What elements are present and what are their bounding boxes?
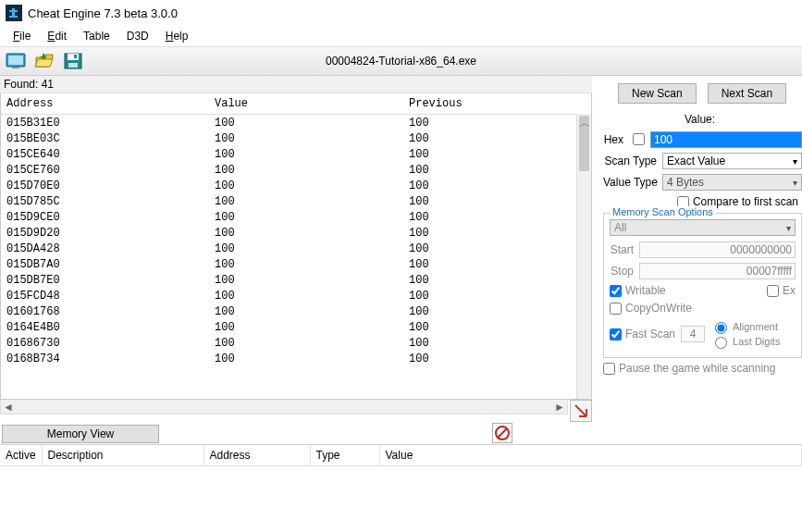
svg-rect-7	[74, 55, 77, 58]
scroll-up-icon[interactable]: ︿	[577, 116, 591, 130]
valuetype-label: Value Type	[603, 176, 662, 189]
menu-file[interactable]: File	[6, 28, 38, 44]
add-selected-addresses-button[interactable]	[570, 400, 592, 422]
value-input[interactable]	[650, 131, 802, 148]
pause-checkbox[interactable]: Pause the game while scanning	[603, 362, 775, 375]
menu-table[interactable]: Table	[76, 28, 117, 44]
table-row[interactable]: 01601768100100	[1, 303, 591, 319]
results-pane: Found: 41 Address Value Previous 015B31E…	[0, 76, 592, 422]
hex-checkbox[interactable]	[633, 133, 645, 145]
horizontal-scrollbar[interactable]: ◄ ►	[0, 400, 568, 414]
clear-list-button[interactable]	[492, 423, 512, 443]
copyonwrite-checkbox[interactable]: CopyOnWrite	[610, 302, 692, 315]
preset-combo[interactable]: All▾	[610, 219, 796, 236]
stop-input[interactable]	[639, 263, 796, 279]
toolbar: 00004824-Tutorial-x86_64.exe	[0, 46, 802, 76]
writable-checkbox[interactable]: Writable	[610, 284, 666, 297]
table-row[interactable]: 01686730100100	[1, 335, 591, 351]
svg-line-9	[498, 428, 507, 438]
found-count: Found: 41	[0, 76, 592, 93]
col-addr[interactable]: Address	[204, 445, 310, 466]
scroll-right-icon[interactable]: ►	[552, 401, 567, 414]
table-row[interactable]: 0164E4B0100100	[1, 319, 591, 335]
chevron-down-icon: ▾	[786, 223, 791, 233]
open-process-button[interactable]	[3, 49, 29, 73]
table-row[interactable]: 015FCD48100100	[1, 288, 591, 303]
start-input[interactable]	[639, 241, 796, 258]
table-row[interactable]: 015D70E0100100	[1, 178, 591, 193]
col-description[interactable]: Description	[42, 445, 204, 466]
memory-scan-options-group: Memory Scan Options All▾ Start Stop Writ…	[603, 213, 802, 358]
chevron-down-icon: ▾	[793, 156, 797, 167]
table-row[interactable]: 015CE760100100	[1, 162, 591, 178]
lastdigits-radio[interactable]: Last Digits	[710, 334, 780, 349]
table-row[interactable]: 015DA428100100	[1, 241, 591, 256]
memopts-legend: Memory Scan Options	[610, 206, 716, 217]
next-scan-button[interactable]: Next Scan	[708, 83, 786, 104]
start-label: Start	[610, 243, 639, 256]
svg-rect-3	[12, 67, 19, 68]
col-value[interactable]: Value	[209, 93, 403, 115]
scan-options-pane: New Scan Next Scan Value: Hex Scan Type …	[592, 76, 802, 422]
fastscan-checkbox[interactable]: Fast Scan	[610, 328, 675, 340]
menu-edit[interactable]: Edit	[40, 28, 74, 44]
hex-label: Hex	[603, 133, 629, 146]
menu-d3d[interactable]: D3D	[119, 28, 156, 44]
action-bar: Memory View	[0, 422, 802, 444]
executable-checkbox[interactable]: Ex	[767, 284, 796, 297]
table-row[interactable]: 015D785C100100	[1, 193, 591, 209]
table-row[interactable]: 015BE03C100100	[1, 130, 591, 146]
menu-help[interactable]: Help	[158, 28, 196, 44]
col-active[interactable]: Active	[0, 445, 42, 466]
col-previous[interactable]: Previous	[403, 93, 591, 115]
valuetype-combo[interactable]: 4 Bytes▾	[662, 174, 802, 191]
chevron-down-icon: ▾	[793, 178, 797, 188]
process-name: 00004824-Tutorial-x86_64.exe	[0, 55, 802, 68]
table-row[interactable]: 015B31E0100100	[1, 115, 591, 131]
svg-rect-2	[8, 56, 23, 65]
results-table[interactable]: Address Value Previous 015B31E0100100015…	[0, 93, 592, 400]
title-bar: Cheat Engine 7.3 beta 3.0.0	[0, 0, 802, 26]
save-button[interactable]	[60, 49, 86, 73]
svg-rect-5	[68, 54, 79, 60]
table-row[interactable]: 015D9D20100100	[1, 225, 591, 241]
vertical-scrollbar[interactable]: ︿	[576, 114, 591, 399]
menu-bar: File Edit Table D3D Help	[0, 26, 802, 46]
col-type[interactable]: Type	[310, 445, 379, 466]
col-address[interactable]: Address	[1, 93, 209, 115]
table-row[interactable]: 015DB7A0100100	[1, 256, 591, 272]
address-list[interactable]: Active Description Address Type Value	[0, 444, 802, 532]
window-title: Cheat Engine 7.3 beta 3.0.0	[28, 6, 178, 20]
table-row[interactable]: 0168B734100100	[1, 351, 591, 366]
memory-view-button[interactable]: Memory View	[2, 425, 159, 443]
table-row[interactable]: 015DB7E0100100	[1, 272, 591, 288]
new-scan-button[interactable]: New Scan	[618, 83, 697, 104]
app-icon	[6, 5, 22, 21]
col-val[interactable]: Value	[379, 445, 802, 466]
scantype-label: Scan Type	[603, 155, 662, 167]
scroll-left-icon[interactable]: ◄	[1, 401, 16, 414]
stop-label: Stop	[610, 265, 639, 278]
table-row[interactable]: 015D9CE0100100	[1, 209, 591, 225]
alignment-radio[interactable]: Alignment	[710, 319, 780, 334]
svg-rect-6	[68, 63, 78, 68]
fastscan-value-input[interactable]	[681, 326, 705, 342]
open-file-button[interactable]	[31, 49, 57, 73]
scantype-combo[interactable]: Exact Value▾	[662, 153, 802, 169]
table-row[interactable]: 015CE640100100	[1, 146, 591, 162]
value-label: Value:	[685, 113, 721, 126]
